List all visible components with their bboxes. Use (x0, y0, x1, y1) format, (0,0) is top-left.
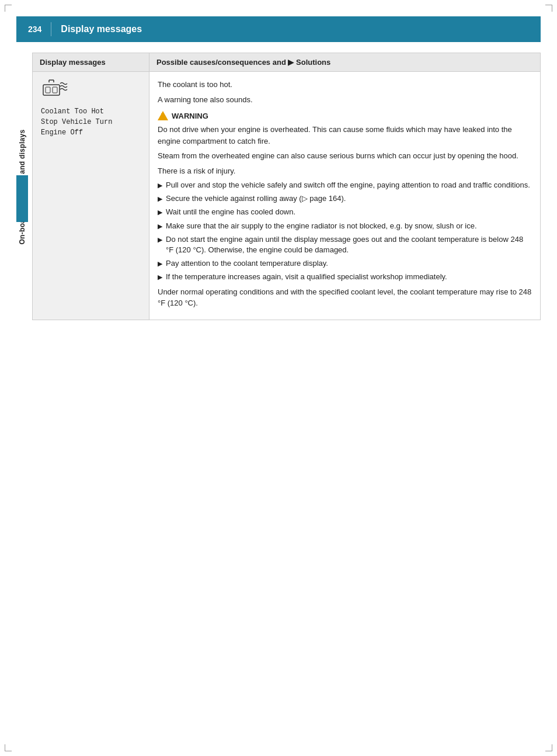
bullet-item-3: ▶Make sure that the air supply to the en… (158, 221, 532, 231)
page-title: Display messages (61, 24, 142, 34)
causes-cell: The coolant is too hot. A warning tone a… (149, 72, 541, 320)
warning-label: WARNING (172, 112, 208, 120)
bullet-item-4: ▶Do not start the engine again until the… (158, 234, 532, 255)
bullet-list: ▶Pull over and stop the vehicle safely a… (158, 180, 532, 283)
corner-mark-tl (5, 5, 12, 12)
bullet-text-2: Wait until the engine has cooled down. (166, 207, 295, 217)
content-table: Display messages Possible causes/consequ… (32, 53, 541, 320)
bullet-item-1: ▶Secure the vehicle against rolling away… (158, 193, 532, 204)
footer-text: Under normal operating conditions and wi… (158, 286, 532, 309)
bullet-text-4: Do not start the engine again until the … (166, 234, 532, 255)
display-message-cell: Coolant Too Hot Stop Vehicle Turn Engine… (33, 72, 149, 320)
bullet-item-2: ▶Wait until the engine has cooled down. (158, 207, 532, 217)
bullet-arrow-icon: ▶ (158, 208, 162, 217)
display-message-text: Coolant Too Hot Stop Vehicle Turn Engine… (41, 106, 141, 138)
sidebar-blue-accent (16, 175, 28, 222)
main-content: Display messages Possible causes/consequ… (32, 53, 541, 320)
bullet-text-3: Make sure that the air supply to the eng… (166, 221, 477, 231)
bullet-item-5: ▶Pay attention to the coolant temperatur… (158, 258, 532, 269)
col-header-causes: Possible causes/consequences and ▶ Solut… (149, 53, 541, 72)
bullet-arrow-icon: ▶ (158, 195, 162, 203)
bullet-arrow-icon: ▶ (158, 259, 162, 268)
svg-rect-2 (53, 87, 57, 93)
col-header-display: Display messages (33, 53, 149, 72)
page-number: 234 (28, 25, 41, 34)
bullet-arrow-icon: ▶ (158, 222, 162, 231)
warning-block: WARNING (158, 111, 532, 120)
bullet-arrow-icon: ▶ (158, 181, 162, 190)
corner-mark-tr (545, 5, 552, 12)
bullet-arrow-icon: ▶ (158, 273, 162, 282)
table-row: Coolant Too Hot Stop Vehicle Turn Engine… (33, 72, 541, 320)
corner-mark-bl (5, 744, 12, 751)
table-header-row: Display messages Possible causes/consequ… (33, 53, 541, 72)
bullet-text-1: Secure the vehicle against rolling away … (166, 193, 346, 204)
warning-triangle-icon (158, 111, 168, 120)
bullet-item-0: ▶Pull over and stop the vehicle safely a… (158, 180, 532, 190)
display-line2: Stop Vehicle Turn (41, 117, 141, 127)
intro-text-1: The coolant is too hot. (158, 79, 532, 91)
display-line3: Engine Off (41, 127, 141, 138)
warning-body-3: There is a risk of injury. (158, 165, 532, 177)
intro-text-2: A warning tone also sounds. (158, 94, 532, 106)
warning-body-2: Steam from the overheated engine can als… (158, 150, 532, 162)
svg-rect-1 (46, 87, 50, 93)
header-bar: 234 Display messages (16, 16, 541, 42)
coolant-icon (41, 79, 68, 101)
bullet-text-6: If the temperature increases again, visi… (166, 272, 447, 282)
bullet-text-0: Pull over and stop the vehicle safely an… (166, 180, 530, 190)
corner-mark-br (545, 744, 552, 751)
warning-body-1: Do not drive when your engine is overhea… (158, 124, 532, 147)
bullet-text-5: Pay attention to the coolant temperature… (166, 258, 328, 269)
display-line1: Coolant Too Hot (41, 106, 141, 117)
header-divider (51, 22, 51, 36)
bullet-item-6: ▶If the temperature increases again, vis… (158, 272, 532, 282)
bullet-arrow-icon: ▶ (158, 235, 162, 244)
